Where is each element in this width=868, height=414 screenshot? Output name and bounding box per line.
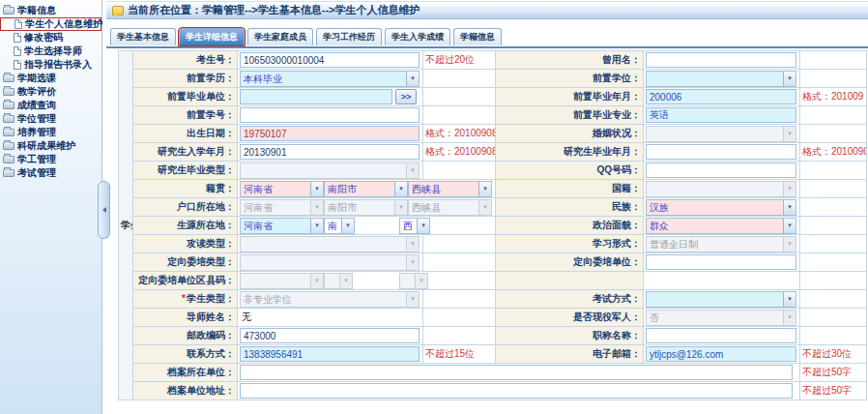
form-select: ▾ [324,273,353,289]
field-cell: 非专业学位▾ [238,290,423,309]
form-input[interactable] [240,328,420,343]
form-input[interactable] [240,144,420,160]
sidebar-item-3[interactable]: 学生选择导师 [0,44,101,58]
sidebar-item-0[interactable]: 学籍信息 [0,4,101,17]
form-select: ▾ [646,181,796,197]
field-cell: ▾▾▾ [238,272,496,290]
tab-5[interactable]: 学籍信息 [453,28,502,45]
folder-icon [3,129,14,136]
field-cell: ▾ [644,125,800,143]
form-input[interactable] [240,346,420,362]
form-input[interactable] [240,126,420,141]
form-input[interactable] [240,89,392,104]
field-cell [238,125,423,143]
tab-0[interactable]: 学生基本信息 [110,28,176,45]
form-input[interactable] [646,52,796,68]
form-select[interactable]: 南▾ [324,218,355,234]
form-select[interactable]: 汉族▾ [646,199,796,216]
field-note [423,327,496,345]
form-input[interactable] [240,383,793,399]
form-row: 邮政编码：职称名称： [119,327,867,345]
sidebar-item-6[interactable]: 教学评价 [0,85,101,99]
field-static-text: 无 [240,311,251,322]
form-input[interactable] [646,163,796,178]
sidebar-item-1[interactable]: 学生个人信息维护 [0,17,101,31]
field-cell [644,327,800,345]
field-note: 不超过15位 [423,345,496,364]
form-input[interactable] [646,346,796,362]
form-select: ▾ [240,273,324,289]
field-note [800,162,867,180]
form-input[interactable] [240,107,420,123]
sidebar-item-9[interactable]: 培养管理 [0,126,101,139]
field-cell [238,327,423,345]
sidebar-item-2[interactable]: 修改密码 [0,31,101,44]
form-input[interactable] [646,144,796,160]
chevron-down-icon: ▾ [783,182,796,196]
chevron-down-icon: ▾ [394,200,407,215]
tab-3[interactable]: 学习工作经历 [316,28,382,45]
chevron-down-icon: ▾ [783,219,796,233]
field-label: 曾用名： [496,51,644,70]
tab-1[interactable]: 学生详细信息 [179,28,245,45]
field-note [423,253,496,272]
field-label: 邮政编码： [133,327,238,345]
field-note [800,51,867,70]
form-input[interactable] [646,89,796,104]
sidebar-item-12[interactable]: 考试管理 [0,166,101,180]
form-select: 普通全日制▾ [646,236,796,252]
sidebar-item-label: 学生选择导师 [24,44,82,58]
select-value: 普通全日制 [647,237,783,251]
main-panel: 当前所在位置：学籍管理-->学生基本信息-->学生个人信息维护 学生基本信息学生… [106,0,868,414]
form-select[interactable]: 西峡县▾ [408,181,492,197]
field-label: 联系方式： [133,345,238,364]
lookup-button[interactable]: >> [395,89,417,104]
field-cell [238,382,800,400]
field-note [800,235,867,253]
form-row: 出生日期：格式：20100908婚姻状况：▾ [119,125,867,143]
form-input[interactable] [240,365,793,380]
sidebar-item-10[interactable]: 科研成果维护 [0,139,101,153]
field-cell: 否▾ [644,309,800,327]
chevron-down-icon: ▾ [783,310,796,325]
select-value [241,237,406,251]
sidebar-item-11[interactable]: 学工管理 [0,153,101,166]
field-note: 格式：20100908 [800,143,867,162]
field-label: 定向委培单位区县码： [133,272,238,290]
sidebar-item-7[interactable]: 成绩查询 [0,99,101,112]
form-select[interactable]: 群众▾ [646,218,796,234]
tab-2[interactable]: 学生家庭成员 [247,28,313,45]
sidebar-item-4[interactable]: 指导报告书录入 [0,58,101,72]
field-label: 研究生入学年月： [133,143,238,162]
field-cell [238,106,423,125]
form-input[interactable] [646,328,796,343]
form-select[interactable]: 西▾ [399,218,430,234]
form-select[interactable]: 南阳市▾ [324,181,408,197]
field-label: 定向委培单位： [496,253,644,272]
sidebar-item-label: 学期选课 [17,72,56,85]
field-note: 不超过30位 [800,345,867,364]
form-select[interactable]: 河南省▾ [240,218,324,234]
sidebar-item-5[interactable]: 学期选课 [0,72,101,85]
form-select[interactable]: ▾ [646,71,796,87]
field-label: 学习形式： [496,235,644,253]
form-row: 学生详细信息考生号：不超过20位曾用名： [119,51,867,70]
form-select: ▾ [240,163,420,179]
form-select[interactable]: ▾ [646,291,796,308]
select-value [647,292,783,307]
sidebar-collapse-handle[interactable] [98,181,110,239]
form-input[interactable] [646,254,796,270]
tab-4[interactable]: 学生入学成绩 [385,28,450,45]
form-input[interactable] [646,107,796,123]
chevron-down-icon: ▾ [310,219,323,233]
spacer [353,281,399,281]
form-input[interactable] [240,52,420,68]
form-select[interactable]: 河南省▾ [240,181,324,197]
select-value: 否 [647,310,783,325]
form-select[interactable]: 本科毕业▾ [240,71,420,87]
select-value: 西峡县 [409,200,478,215]
form-select: ▾ [240,236,420,252]
select-value: 南 [325,219,341,233]
sidebar-item-8[interactable]: 学位管理 [0,112,101,126]
field-cell: 河南省▾南▾西▾ [238,217,496,235]
